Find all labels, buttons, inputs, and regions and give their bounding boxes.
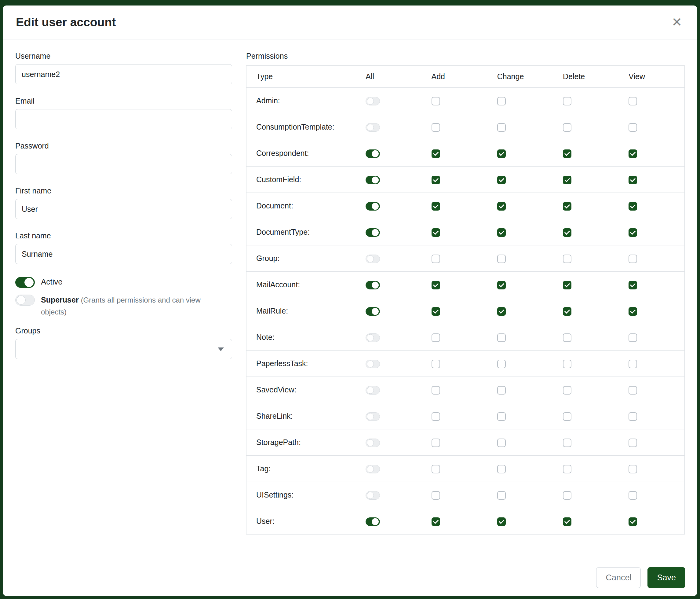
permission-view-checkbox[interactable] xyxy=(628,228,637,237)
permission-all-toggle[interactable] xyxy=(366,518,380,526)
permission-change-checkbox[interactable] xyxy=(497,386,506,394)
permission-change-checkbox[interactable] xyxy=(497,491,506,500)
permission-change-checkbox[interactable] xyxy=(497,255,506,263)
superuser-toggle[interactable] xyxy=(15,295,35,306)
permission-delete-checkbox[interactable] xyxy=(563,149,571,158)
permission-view-checkbox[interactable] xyxy=(628,412,637,421)
permission-view-checkbox[interactable] xyxy=(628,149,637,158)
permission-delete-checkbox[interactable] xyxy=(563,465,571,473)
permission-delete-checkbox[interactable] xyxy=(563,518,571,526)
permission-view-checkbox[interactable] xyxy=(628,281,637,289)
permission-view-checkbox[interactable] xyxy=(628,255,637,263)
permission-delete-checkbox[interactable] xyxy=(563,333,571,342)
last-name-field[interactable] xyxy=(15,244,232,264)
permission-change-checkbox[interactable] xyxy=(497,176,506,184)
permission-all-toggle[interactable] xyxy=(366,412,380,421)
first-name-field[interactable] xyxy=(15,199,232,219)
permission-add-checkbox[interactable] xyxy=(431,307,440,316)
permission-view-checkbox[interactable] xyxy=(628,491,637,500)
permission-view-checkbox[interactable] xyxy=(628,307,637,316)
permission-add-checkbox[interactable] xyxy=(431,438,440,447)
permission-view-checkbox[interactable] xyxy=(628,333,637,342)
permission-all-toggle[interactable] xyxy=(366,255,380,263)
permission-delete-checkbox[interactable] xyxy=(563,307,571,316)
close-icon[interactable]: ✕ xyxy=(670,16,684,29)
permission-all-toggle[interactable] xyxy=(366,307,380,316)
permission-delete-checkbox[interactable] xyxy=(563,386,571,394)
permission-delete-checkbox[interactable] xyxy=(563,228,571,237)
email-field[interactable] xyxy=(15,109,232,129)
permission-add-checkbox[interactable] xyxy=(431,97,440,105)
permission-all-toggle[interactable] xyxy=(366,97,380,105)
permission-add-checkbox[interactable] xyxy=(431,149,440,158)
permission-view-checkbox[interactable] xyxy=(628,518,637,526)
permission-delete-checkbox[interactable] xyxy=(563,491,571,500)
permission-change-checkbox[interactable] xyxy=(497,97,506,105)
groups-select[interactable] xyxy=(15,339,232,359)
permission-change-checkbox[interactable] xyxy=(497,228,506,237)
permission-change-checkbox[interactable] xyxy=(497,518,506,526)
permission-view-checkbox[interactable] xyxy=(628,97,637,105)
permission-all-toggle[interactable] xyxy=(366,123,380,132)
permission-delete-checkbox[interactable] xyxy=(563,97,571,105)
permission-change-checkbox[interactable] xyxy=(497,149,506,158)
permission-delete-checkbox[interactable] xyxy=(563,281,571,289)
permission-add-checkbox[interactable] xyxy=(431,465,440,473)
save-button[interactable]: Save xyxy=(648,567,685,588)
permission-view-checkbox[interactable] xyxy=(628,465,637,473)
permission-all-toggle[interactable] xyxy=(366,149,380,158)
permission-all-toggle[interactable] xyxy=(366,386,380,394)
permission-add-checkbox[interactable] xyxy=(431,255,440,263)
permission-add-checkbox[interactable] xyxy=(431,386,440,394)
permission-change-checkbox[interactable] xyxy=(497,307,506,316)
permission-all-toggle[interactable] xyxy=(366,360,380,368)
permission-add-checkbox[interactable] xyxy=(431,281,440,289)
permission-all-toggle[interactable] xyxy=(366,333,380,342)
permission-add-checkbox[interactable] xyxy=(431,412,440,421)
permission-change-checkbox[interactable] xyxy=(497,360,506,368)
permission-add-checkbox[interactable] xyxy=(431,518,440,526)
permission-row: MailAccount: xyxy=(247,272,685,298)
permission-change-checkbox[interactable] xyxy=(497,333,506,342)
permission-delete-checkbox[interactable] xyxy=(563,360,571,368)
cancel-button[interactable]: Cancel xyxy=(596,567,641,588)
permission-delete-checkbox[interactable] xyxy=(563,123,571,132)
permission-change-checkbox[interactable] xyxy=(497,412,506,421)
permission-add-checkbox[interactable] xyxy=(431,176,440,184)
permission-add-checkbox[interactable] xyxy=(431,333,440,342)
password-field[interactable] xyxy=(15,154,232,174)
permission-view-checkbox[interactable] xyxy=(628,123,637,132)
permission-all-toggle[interactable] xyxy=(366,228,380,237)
permission-change-checkbox[interactable] xyxy=(497,123,506,132)
permission-change-checkbox[interactable] xyxy=(497,465,506,473)
permission-add-checkbox[interactable] xyxy=(431,202,440,211)
permission-type-label: Admin: xyxy=(247,88,356,114)
permission-all-toggle[interactable] xyxy=(366,491,380,500)
permission-view-checkbox[interactable] xyxy=(628,176,637,184)
permission-delete-checkbox[interactable] xyxy=(563,202,571,211)
permission-change-checkbox[interactable] xyxy=(497,281,506,289)
permission-view-checkbox[interactable] xyxy=(628,360,637,368)
permission-add-checkbox[interactable] xyxy=(431,360,440,368)
permission-add-checkbox[interactable] xyxy=(431,123,440,132)
permission-view-checkbox[interactable] xyxy=(628,202,637,211)
permission-add-checkbox[interactable] xyxy=(431,228,440,237)
permission-view-checkbox[interactable] xyxy=(628,438,637,447)
permission-delete-checkbox[interactable] xyxy=(563,176,571,184)
permission-delete-checkbox[interactable] xyxy=(563,438,571,447)
permission-change-checkbox[interactable] xyxy=(497,202,506,211)
username-input[interactable] xyxy=(15,64,232,85)
permission-all-toggle[interactable] xyxy=(366,202,380,211)
permission-type-label: SavedView: xyxy=(247,377,356,403)
permission-add-checkbox[interactable] xyxy=(431,491,440,500)
permission-all-toggle[interactable] xyxy=(366,438,380,447)
permission-all-toggle[interactable] xyxy=(366,281,380,289)
permission-change-checkbox[interactable] xyxy=(497,438,506,447)
permission-delete-checkbox[interactable] xyxy=(563,255,571,263)
permission-all-toggle[interactable] xyxy=(366,465,380,473)
password-label: Password xyxy=(15,142,232,150)
permission-view-checkbox[interactable] xyxy=(628,386,637,394)
permission-delete-checkbox[interactable] xyxy=(563,412,571,421)
permission-all-toggle[interactable] xyxy=(366,176,380,184)
active-toggle[interactable] xyxy=(15,277,35,288)
